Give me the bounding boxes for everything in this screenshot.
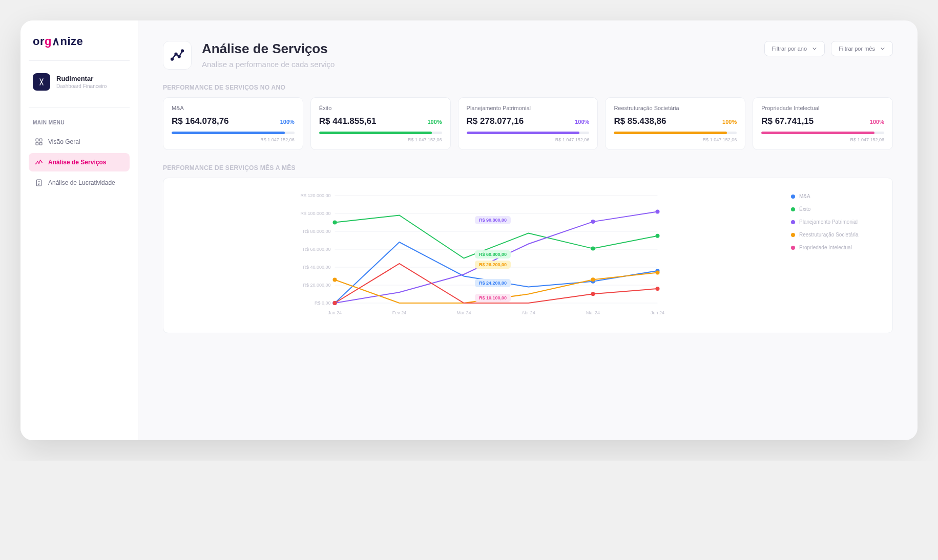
section-year-label: PERFORMANCE DE SERVIÇOS NO ANO (163, 84, 893, 91)
document-icon (35, 179, 43, 187)
sidebar-item-label: Visão Geral (48, 138, 80, 145)
legend-label: Êxito (799, 206, 810, 212)
svg-point-4 (35, 163, 36, 164)
svg-point-41 (591, 220, 595, 224)
svg-point-37 (333, 221, 337, 225)
card-percentage: 100% (870, 119, 884, 125)
company-card[interactable]: Rudimentar Dashboard Financeiro (29, 69, 130, 95)
svg-text:R$ 20.000,00: R$ 20.000,00 (303, 283, 330, 288)
chart-data-label: R$ 24.200,00 (475, 279, 511, 287)
performance-card: Propriedade Intelectual R$ 67.741,15 100… (753, 97, 893, 150)
svg-text:R$ 60.000,00: R$ 60.000,00 (303, 247, 330, 252)
svg-point-44 (591, 277, 595, 282)
svg-text:Jan 24: Jan 24 (328, 310, 342, 315)
chart-area: R$ 0,00R$ 20.000,00R$ 40.000,00R$ 60.000… (178, 190, 779, 320)
performance-card: Reestruturação Societária R$ 85.438,86 1… (605, 97, 745, 150)
divider (29, 107, 130, 107)
sidebar-item-overview[interactable]: Visão Geral (29, 133, 130, 151)
legend-dot (791, 220, 795, 224)
chart-data-label: R$ 90.800,00 (475, 216, 511, 224)
svg-point-46 (333, 301, 337, 305)
svg-text:Abr 24: Abr 24 (522, 310, 535, 315)
card-total: R$ 1.047.152,06 (172, 137, 295, 142)
menu-label: MAIN MENU (29, 116, 130, 130)
legend-item: Reestruturação Societária (791, 232, 878, 238)
brand-post: ∧nize (52, 35, 83, 48)
svg-point-45 (656, 271, 660, 275)
legend-dot (791, 195, 795, 199)
card-title: Propriedade Intelectual (761, 105, 884, 111)
svg-point-6 (38, 163, 39, 164)
network-icon (170, 48, 185, 63)
main-content: Análise de Serviços Analise a performanc… (138, 20, 918, 440)
filter-year-button[interactable]: Filtrar por ano (764, 41, 825, 56)
page-subtitle: Analise a performance de cada serviço (202, 60, 335, 69)
performance-card: Êxito R$ 441.855,61 100% R$ 1.047.152,06 (310, 97, 451, 150)
progress-bar (319, 132, 442, 134)
svg-rect-3 (39, 142, 42, 145)
svg-point-39 (656, 234, 660, 238)
legend-item: Propriedade Intelectual (791, 245, 878, 250)
sidebar-item-services[interactable]: Análise de Serviços (29, 153, 130, 171)
chart-icon (35, 158, 43, 166)
page-title: Análise de Serviços (202, 41, 335, 57)
card-total: R$ 1.047.152,06 (614, 137, 737, 142)
svg-rect-1 (39, 139, 42, 141)
chevron-down-icon (880, 46, 885, 51)
svg-text:R$ 0,00: R$ 0,00 (315, 300, 331, 306)
card-total: R$ 1.047.152,06 (467, 137, 590, 142)
svg-point-10 (171, 57, 174, 60)
divider (29, 60, 130, 61)
legend-item: M&A (791, 193, 878, 199)
progress-bar (467, 132, 590, 134)
legend-dot (791, 233, 795, 237)
card-title: M&A (172, 105, 295, 111)
card-value: R$ 278.077,16 (467, 116, 524, 126)
legend-item: Êxito (791, 206, 878, 212)
grid-icon (35, 138, 43, 146)
card-percentage: 100% (280, 119, 295, 125)
svg-text:R$ 120.000,00: R$ 120.000,00 (300, 193, 330, 198)
svg-text:R$ 80.000,00: R$ 80.000,00 (303, 229, 330, 234)
svg-text:Mai 24: Mai 24 (586, 310, 600, 315)
card-value: R$ 441.855,61 (319, 116, 377, 126)
sidebar-item-profitability[interactable]: Análise de Lucratividade (29, 174, 130, 192)
brand-pink: g (45, 35, 52, 48)
legend-item: Planejamento Patrimonial (791, 219, 878, 225)
page-icon (163, 41, 192, 70)
svg-text:Fev 24: Fev 24 (392, 310, 407, 315)
brand-logo: org∧nize (29, 33, 130, 58)
brand-pre: or (33, 35, 45, 48)
legend-dot (791, 207, 795, 211)
svg-text:Jun 24: Jun 24 (651, 310, 664, 315)
svg-text:R$ 100.000,00: R$ 100.000,00 (300, 211, 330, 216)
card-value: R$ 85.438,86 (614, 116, 666, 126)
svg-rect-9 (36, 180, 41, 186)
progress-bar (172, 132, 295, 134)
legend-label: Planejamento Patrimonial (799, 219, 858, 225)
chart-data-label: R$ 60.800,00 (475, 250, 511, 259)
svg-point-47 (591, 292, 595, 296)
company-icon (33, 73, 50, 91)
card-title: Reestruturação Societária (614, 105, 737, 111)
svg-rect-0 (36, 139, 38, 141)
filter-month-button[interactable]: Filtrar por mês (831, 41, 893, 56)
progress-bar (614, 132, 737, 134)
legend-label: Propriedade Intelectual (799, 245, 852, 250)
svg-point-48 (656, 287, 660, 291)
chart-box: R$ 0,00R$ 20.000,00R$ 40.000,00R$ 60.000… (163, 178, 893, 333)
card-percentage: 100% (427, 119, 442, 125)
card-percentage: 100% (575, 119, 589, 125)
svg-point-8 (41, 162, 43, 163)
performance-card: Planejamento Patrimonial R$ 278.077,16 1… (458, 97, 598, 150)
chart-data-label: R$ 10.100,00 (475, 294, 511, 302)
svg-point-13 (181, 49, 184, 52)
svg-text:Mar 24: Mar 24 (456, 310, 471, 315)
svg-point-43 (333, 278, 337, 282)
chart-data-label: R$ 26.200,00 (475, 261, 511, 269)
legend-dot (791, 246, 795, 250)
performance-card: M&A R$ 164.078,76 100% R$ 1.047.152,06 (163, 97, 303, 150)
chevron-down-icon (812, 46, 817, 51)
svg-point-38 (591, 247, 595, 251)
legend-label: Reestruturação Societária (799, 232, 859, 238)
